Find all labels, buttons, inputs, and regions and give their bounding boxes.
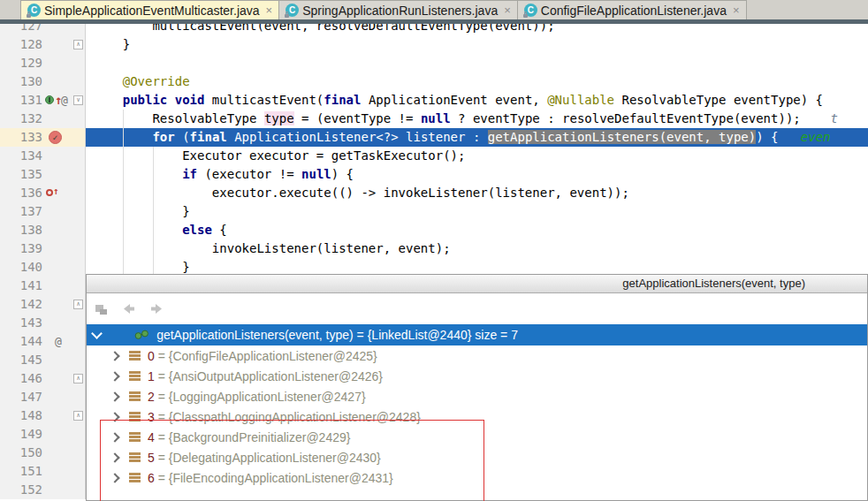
chevron-down-icon[interactable] (91, 328, 103, 339)
gutter[interactable]: 140 (0, 258, 86, 277)
code-text[interactable]: } (86, 35, 868, 54)
gutter[interactable]: 145 (0, 351, 86, 369)
gutter[interactable]: 151 (0, 462, 86, 481)
code-text[interactable]: if (executor != null) { (86, 165, 868, 184)
chevron-right-icon[interactable] (110, 391, 119, 401)
code-segment: } (93, 37, 130, 51)
list-item-row[interactable]: 0 = {ConfigFileApplicationListener@2425} (87, 345, 867, 366)
gutter[interactable]: 149 (0, 425, 86, 444)
code-text[interactable]: invokeListener(listener, event); (86, 239, 868, 258)
list-item-row[interactable]: 2 = {LoggingApplicationListener@2427} (87, 386, 867, 406)
gutter[interactable]: 148∧ (0, 406, 86, 425)
chevron-right-icon[interactable] (110, 351, 119, 361)
chevron-right-icon[interactable] (110, 371, 119, 381)
gutter[interactable]: 139 (0, 239, 86, 258)
code-line[interactable]: 135 if (executor != null) { (0, 165, 868, 184)
gutter[interactable]: 146∧ (0, 369, 86, 388)
code-text[interactable]: for (final ApplicationListener<?> listen… (86, 128, 868, 147)
editor-tab[interactable]: CConfigFileApplicationListener.java× (518, 0, 747, 19)
list-element-icon (129, 391, 141, 401)
chevron-right-icon[interactable] (110, 452, 119, 462)
lambda-breakpoint-icon[interactable] (46, 189, 53, 196)
code-segment: } (93, 260, 190, 274)
code-line[interactable]: 129 (0, 54, 868, 72)
close-icon[interactable]: × (504, 4, 511, 16)
code-text[interactable]: else { (86, 221, 868, 239)
gutter[interactable]: 142∧ (0, 295, 86, 314)
list-item-row[interactable]: 1 = {AnsiOutputApplicationListener@2426} (87, 366, 867, 386)
result-tree-row-selected[interactable]: getApplicationListeners(event, type) = {… (87, 324, 867, 345)
gutter[interactable]: 133✓ (0, 128, 86, 147)
code-text-content: multicastEvent(event, resolveDefaultEven… (93, 24, 868, 35)
code-text[interactable]: public void multicastEvent(final Applica… (86, 91, 868, 110)
code-segment: for (152, 130, 174, 144)
list-item-row[interactable]: 4 = {BackgroundPreinitializer@2429} (87, 427, 867, 447)
code-line[interactable]: 139 invokeListener(listener, event); (0, 239, 868, 258)
fold-marker-icon[interactable]: ∧ (73, 300, 83, 309)
gutter[interactable]: 152 (0, 481, 86, 499)
code-text-content: @Override (93, 74, 190, 88)
fold-marker-icon[interactable]: ∨ (73, 95, 83, 105)
gutter[interactable]: 134 (0, 147, 86, 165)
code-text[interactable]: @Override (86, 72, 868, 91)
code-text[interactable]: } (86, 202, 868, 221)
code-text[interactable]: executor.execute(() -> invokeListener(li… (86, 184, 868, 202)
code-line[interactable]: 137 } (0, 202, 868, 221)
code-line[interactable]: 131↑@∨ public void multicastEvent(final … (0, 91, 868, 110)
code-text[interactable]: ResolvableType type = (eventType != null… (86, 110, 868, 128)
code-line[interactable]: 127 multicastEvent(event, resolveDefault… (0, 24, 868, 35)
list-item-row[interactable]: 6 = {FileEncodingApplicationListener@243… (87, 467, 867, 488)
at-icon: @ (61, 91, 68, 110)
editor-tab[interactable]: CSimpleApplicationEventMulticaster.java× (20, 0, 279, 19)
editor-tab[interactable]: CSpringApplicationRunListeners.java× (279, 0, 518, 19)
fold-marker-icon[interactable]: ∧ (73, 374, 83, 383)
gutter[interactable]: 138 (0, 221, 86, 239)
code-line[interactable]: 134 Executor executor = getTaskExecutor(… (0, 147, 868, 165)
chevron-right-icon[interactable] (110, 473, 119, 482)
gutter[interactable]: 130 (0, 72, 86, 91)
code-text-content: invokeListener(listener, event); (93, 241, 451, 255)
line-number: 135 (0, 165, 42, 184)
chevron-right-icon[interactable] (110, 412, 119, 421)
breakpoint-icon[interactable]: ✓ (49, 131, 62, 144)
fold-marker-icon[interactable]: ∧ (73, 411, 83, 421)
line-number: 141 (0, 277, 42, 295)
close-icon[interactable]: × (266, 4, 273, 16)
gutter[interactable]: 150 (0, 444, 86, 462)
code-line[interactable]: 128∧ } (0, 35, 868, 54)
gutter[interactable]: 141 (0, 277, 86, 295)
chevron-right-icon[interactable] (110, 432, 119, 442)
gutter[interactable]: 129 (0, 54, 86, 72)
code-line[interactable]: 132 ResolvableType type = (eventType != … (0, 110, 868, 128)
gutter[interactable]: 132 (0, 110, 86, 128)
item-value: {DelegatingApplicationListener@2430} (169, 451, 381, 465)
code-text[interactable]: multicastEvent(event, resolveDefaultEven… (86, 24, 868, 35)
popup-title-bar[interactable]: getApplicationListeners(event, type) (87, 275, 867, 293)
override-up-icon[interactable] (45, 95, 54, 104)
gutter[interactable]: 136 (0, 184, 86, 202)
code-line[interactable]: 136 executor.execute(() -> invokeListene… (0, 184, 868, 202)
gutter[interactable]: 137 (0, 202, 86, 221)
code-text[interactable] (86, 54, 868, 72)
list-item-row[interactable]: 3 = {ClasspathLoggingApplicationListener… (87, 406, 867, 427)
fold-marker-icon[interactable]: ∧ (73, 40, 83, 49)
gutter[interactable]: 131↑@∨ (0, 91, 86, 110)
code-segment: public void (123, 93, 205, 107)
close-icon[interactable]: × (733, 4, 740, 16)
gutter[interactable]: 143 (0, 314, 86, 332)
code-segment: null (301, 167, 331, 181)
forward-arrow-icon[interactable] (149, 302, 164, 315)
code-line[interactable]: 138 else { (0, 221, 868, 239)
list-element-icon (129, 371, 141, 381)
code-line[interactable]: 133✓ for (final ApplicationListener<?> l… (0, 128, 868, 147)
gutter[interactable]: 135 (0, 165, 86, 184)
gutter[interactable]: 128∧ (0, 35, 86, 54)
item-equals: = (155, 410, 169, 424)
code-segment (93, 167, 182, 181)
gutter[interactable]: 144@ (0, 332, 86, 351)
code-text[interactable]: Executor executor = getTaskExecutor(); (86, 147, 868, 165)
gutter[interactable]: 147 (0, 388, 86, 406)
code-line[interactable]: 130 @Override (0, 72, 868, 91)
list-item-row[interactable]: 5 = {DelegatingApplicationListener@2430} (87, 447, 867, 467)
gutter[interactable]: 127 (0, 24, 86, 35)
